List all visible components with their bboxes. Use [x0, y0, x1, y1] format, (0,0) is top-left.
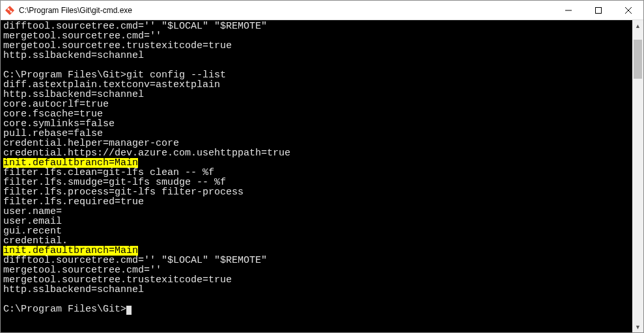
- highlighted-text: init.defaultbranch=Main: [3, 246, 138, 256]
- terminal-line: pull.rebase=false: [3, 129, 630, 139]
- git-icon: [5, 5, 15, 16]
- terminal-line: core.fscache=true: [3, 109, 630, 119]
- terminal-line: mergetool.sourcetree.cmd='': [3, 265, 630, 275]
- app-window: C:\Program Files\Git\git-cmd.exe difftoo…: [0, 0, 644, 333]
- terminal-area: difftool.sourcetree.cmd='' "$LOCAL" "$RE…: [1, 20, 643, 332]
- terminal-line: http.sslbackend=schannel: [3, 90, 630, 100]
- terminal-line: user.email: [3, 217, 630, 226]
- minimize-button[interactable]: [553, 1, 583, 20]
- terminal-line: core.autocrlf=true: [3, 100, 630, 109]
- terminal-line: mergetool.sourcetree.cmd='': [3, 31, 630, 41]
- cursor: [126, 306, 132, 315]
- vertical-scrollbar[interactable]: ▲ ▼: [632, 20, 643, 332]
- scroll-thumb[interactable]: [634, 40, 642, 79]
- terminal-line: http.sslbackend=schannel: [3, 285, 630, 295]
- terminal-line: init.defaultbranch=Main: [3, 158, 630, 168]
- terminal-output[interactable]: difftool.sourcetree.cmd='' "$LOCAL" "$RE…: [1, 20, 632, 332]
- terminal-line: mergetool.sourcetree.trustexitcode=true: [3, 41, 630, 51]
- terminal-line: C:\Program Files\Git>git config --list: [3, 70, 630, 80]
- prompt-text: C:\Program Files\Git>: [3, 304, 126, 315]
- terminal-line: credential.https://dev.azure.com.usehttp…: [3, 148, 630, 158]
- window-title: C:\Program Files\Git\git-cmd.exe: [19, 6, 553, 15]
- terminal-line: mergetool.sourcetree.trustexitcode=true: [3, 275, 630, 285]
- terminal-line: http.sslbackend=schannel: [3, 51, 630, 60]
- terminal-line: core.symlinks=false: [3, 119, 630, 129]
- window-controls: [553, 1, 643, 20]
- terminal-line: difftool.sourcetree.cmd='' "$LOCAL" "$RE…: [3, 256, 630, 265]
- terminal-line: filter.lfs.process=git-lfs filter-proces…: [3, 187, 630, 197]
- maximize-button[interactable]: [583, 1, 613, 20]
- terminal-line: filter.lfs.required=true: [3, 197, 630, 207]
- svg-rect-4: [596, 7, 602, 13]
- terminal-line: user.name=: [3, 207, 630, 217]
- terminal-line: [3, 60, 630, 70]
- terminal-line: filter.lfs.clean=git-lfs clean -- %f: [3, 168, 630, 178]
- terminal-line: init.defaultbranch=Main: [3, 246, 630, 256]
- scroll-down-arrow[interactable]: ▼: [632, 321, 643, 332]
- scroll-up-arrow[interactable]: ▲: [632, 20, 643, 31]
- titlebar[interactable]: C:\Program Files\Git\git-cmd.exe: [1, 1, 643, 20]
- terminal-line: credential.: [3, 236, 630, 246]
- highlighted-text: init.defaultbranch=Main: [3, 158, 138, 168]
- terminal-line: gui.recent: [3, 226, 630, 236]
- terminal-line: diff.astextplain.textconv=astextplain: [3, 80, 630, 90]
- terminal-line: [3, 295, 630, 304]
- close-button[interactable]: [613, 1, 643, 20]
- terminal-prompt-line[interactable]: C:\Program Files\Git>: [3, 304, 630, 314]
- terminal-line: credential.helper=manager-core: [3, 139, 630, 148]
- terminal-line: difftool.sourcetree.cmd='' "$LOCAL" "$RE…: [3, 21, 630, 31]
- terminal-line: filter.lfs.smudge=git-lfs smudge -- %f: [3, 178, 630, 187]
